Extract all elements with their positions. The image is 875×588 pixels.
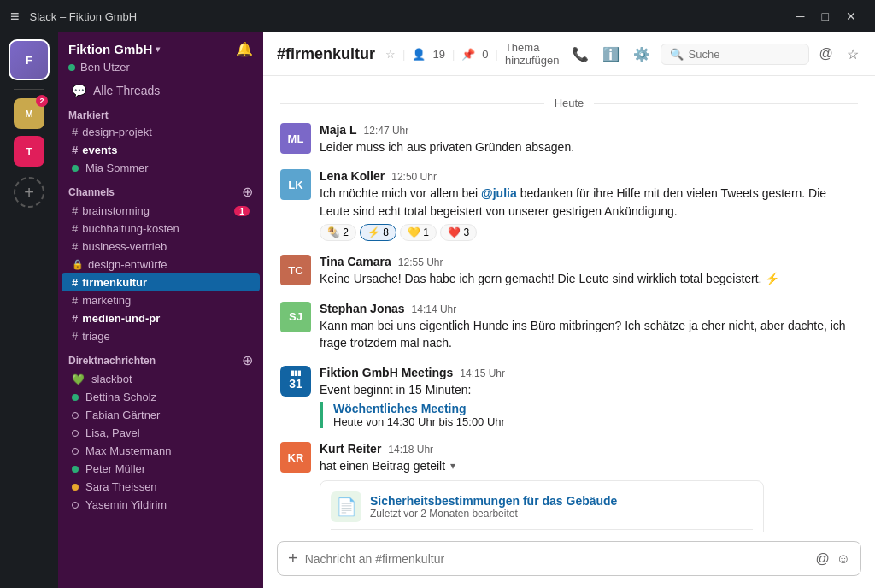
emoji-input-icon[interactable]: ☺ — [837, 551, 850, 567]
msg-author: Maja L — [320, 123, 357, 137]
date-divider: Heute — [280, 97, 858, 109]
dm-item-sara-theissen[interactable]: Sara Theissen — [62, 478, 260, 496]
msg-text: Event beginnt in 15 Minuten: — [320, 381, 858, 398]
dm-item-slackbot[interactable]: 💚 slackbot — [62, 370, 260, 388]
dm-item-lisa-pavel[interactable]: Lisa, Pavel — [62, 424, 260, 442]
msg-text: hat einen Beitrag geteilt ▾ — [320, 457, 858, 474]
msg-time: 14:14 Uhr — [412, 303, 457, 315]
settings-button[interactable]: ⚙️ — [630, 43, 654, 66]
dm-label: Direktnachrichten — [68, 355, 156, 367]
msg-time: 12:50 Uhr — [391, 171, 437, 183]
dm-item-bettina-scholz[interactable]: Bettina Scholz — [62, 388, 260, 406]
msg-time: 14:18 Uhr — [388, 444, 433, 456]
dropdown-icon[interactable]: ▾ — [450, 459, 455, 474]
dm-item-yasemin-yildirim[interactable]: Yasemin Yildirim — [62, 496, 260, 514]
sidebar-item-design-projekt[interactable]: # design-projekt — [62, 123, 260, 141]
members-icon: 👤 — [412, 48, 426, 61]
avatar: SJ — [280, 302, 311, 332]
sidebar-item-marketing[interactable]: # marketing — [62, 291, 260, 309]
call-button[interactable]: 📞 — [568, 43, 592, 66]
dm-item-peter-mueller[interactable]: Peter Müller — [62, 460, 260, 478]
msg-time: 12:55 Uhr — [398, 256, 443, 268]
threads-icon: 💬 — [72, 84, 86, 97]
search-input[interactable] — [689, 48, 800, 61]
add-attachment-button[interactable]: + — [288, 549, 298, 568]
message-row: LK Lena Koller 12:50 Uhr Ich möchte mich… — [280, 169, 858, 241]
meeting-time: Heute von 14:30 Uhr bis 15:00 Uhr — [333, 415, 858, 428]
msg-author: Fiktion GmbH Meetings — [320, 366, 453, 379]
sidebar-item-buchhaltung-kosten[interactable]: # buchhaltung-kosten — [62, 220, 260, 238]
avatar: LK — [280, 169, 311, 200]
marked-label: Markiert — [68, 109, 109, 121]
message-input[interactable] — [305, 552, 809, 566]
message-row: SJ Stephan Jonas 14:14 Uhr Kann man bei … — [280, 302, 858, 352]
dm-item-fabian-gaertner[interactable]: Fabian Gärtner — [62, 406, 260, 424]
notification-bell-icon[interactable]: 🔔 — [236, 41, 253, 57]
close-button[interactable]: ✕ — [837, 9, 865, 23]
workspace-square-1[interactable]: F — [9, 39, 50, 80]
titlebar-title: Slack – Fiktion GmbH — [30, 10, 788, 23]
search-icon: 🔍 — [670, 48, 684, 61]
pins-count: 0 — [482, 48, 488, 61]
menu-icon[interactable]: ≡ — [10, 8, 20, 26]
message-row: ▮▮▮ 31 Fiktion GmbH Meetings 14:15 Uhr E… — [280, 366, 858, 428]
calendar-avatar: ▮▮▮ 31 — [280, 366, 311, 397]
star-icon[interactable]: ☆ — [385, 48, 396, 61]
sidebar-item-firmenkultur[interactable]: # firmenkultur — [62, 273, 260, 291]
reaction[interactable]: ❤️ 3 — [440, 224, 477, 241]
meeting-title[interactable]: Wöchentliches Meeting — [333, 402, 858, 415]
msg-author: Kurt Reiter — [320, 442, 381, 456]
minimize-button[interactable]: ─ — [788, 9, 813, 23]
add-workspace-button[interactable]: + — [14, 177, 44, 208]
msg-author: Tina Camara — [320, 255, 391, 268]
msg-text: Keine Ursache! Das habe ich gern gemacht… — [320, 270, 858, 287]
avatar: ML — [280, 123, 311, 154]
sidebar-item-medien-und-pr[interactable]: # medien-und-pr — [62, 309, 260, 327]
sidebar-item-design-entwuerfe[interactable]: 🔒 design-entwürfe — [62, 256, 260, 273]
channel-title: #firmenkultur — [277, 45, 375, 63]
more-button[interactable]: ⋮ — [869, 43, 875, 66]
sidebar-item-brainstorming[interactable]: # brainstorming 1 — [62, 202, 260, 220]
shared-post-meta: Zuletzt vor 2 Monaten bearbeitet — [370, 508, 617, 520]
bookmark-button[interactable]: ☆ — [843, 43, 862, 66]
add-dm-icon[interactable]: ⊕ — [242, 352, 253, 368]
workspace-name[interactable]: Fiktion GmbH ▾ — [68, 42, 160, 56]
at-input-icon[interactable]: @ — [815, 551, 829, 567]
message-row: TC Tina Camara 12:55 Uhr Keine Ursache! … — [280, 255, 858, 287]
msg-text: Kann man bei uns eigentlich Hunde ins Bü… — [320, 317, 858, 352]
channels-label: Channels — [68, 186, 115, 198]
doc-icon: 📄 — [331, 491, 361, 522]
sidebar-item-business-vertrieb[interactable]: # business-vertrieb — [62, 238, 260, 256]
reaction[interactable]: 🌯 2 — [320, 224, 356, 241]
msg-author: Stephan Jonas — [320, 302, 405, 315]
messages-area: Heute ML Maja L 12:47 Uhr Leider muss ic… — [263, 76, 875, 532]
shared-post-card: 📄 Sicherheitsbestimmungen für das Gebäud… — [320, 480, 764, 533]
add-channel-icon[interactable]: ⊕ — [242, 184, 253, 200]
message-row: ML Maja L 12:47 Uhr Leider muss ich aus … — [280, 123, 858, 156]
avatar: KR — [280, 442, 311, 473]
msg-text: Ich möchte mich vor allem bei @julia bed… — [320, 185, 858, 220]
at-button[interactable]: @ — [816, 43, 837, 65]
msg-author: Lena Koller — [320, 169, 385, 183]
message-row: KR Kurt Reiter 14:18 Uhr hat einen Beitr… — [280, 442, 858, 532]
msg-time: 14:15 Uhr — [460, 368, 505, 379]
avatar: TC — [280, 255, 311, 285]
sidebar-item-all-threads[interactable]: 💬 Alle Threads — [62, 80, 260, 101]
pin-icon: 📌 — [461, 48, 475, 61]
user-name: Ben Utzer — [80, 61, 130, 74]
msg-time: 12:47 Uhr — [364, 125, 409, 137]
workspace-square-3[interactable]: T — [14, 136, 44, 167]
info-button[interactable]: ℹ️ — [599, 43, 623, 66]
theme-label[interactable]: Thema hinzufügen — [505, 41, 560, 67]
reaction[interactable]: ⚡ 8 — [360, 224, 396, 241]
workspace-square-2[interactable]: M 2 — [14, 98, 44, 129]
sidebar-item-mia-sommer[interactable]: Mia Sommer — [62, 159, 260, 177]
maximize-button[interactable]: □ — [813, 9, 837, 23]
msg-text: Leider muss ich aus privaten Gründen abs… — [320, 138, 858, 156]
shared-post-title[interactable]: Sicherheitsbestimmungen für das Gebäude — [370, 494, 617, 508]
reaction[interactable]: 💛 1 — [400, 224, 437, 241]
sidebar-item-triage[interactable]: # triage — [62, 327, 260, 345]
members-count: 19 — [432, 48, 444, 61]
dm-item-max-mustermann[interactable]: Max Mustermann — [62, 442, 260, 460]
sidebar-item-events[interactable]: # events — [62, 141, 260, 159]
